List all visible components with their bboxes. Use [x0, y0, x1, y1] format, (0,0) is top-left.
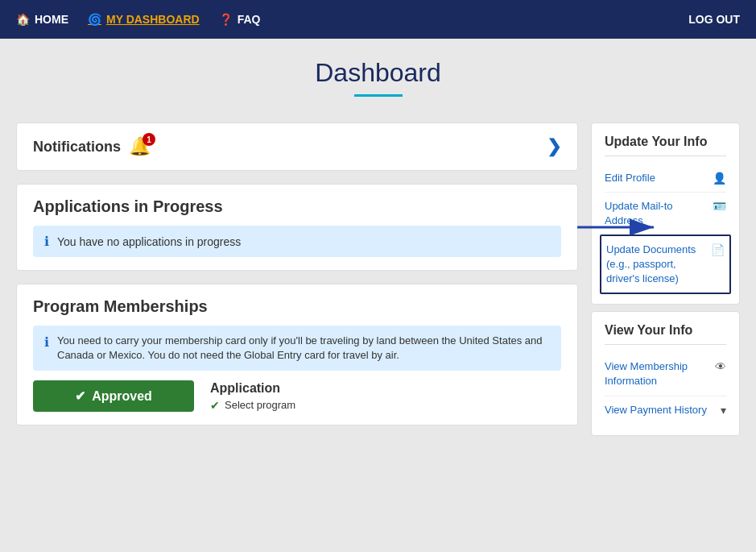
info-icon: ℹ	[44, 234, 49, 249]
notifications-arrow[interactable]: ❯	[547, 136, 561, 157]
person-icon: 👤	[713, 172, 726, 185]
page-header: Dashboard	[0, 39, 756, 110]
mail-icon: 🪪	[713, 200, 726, 213]
membership-info-icon: ℹ	[44, 334, 49, 351]
main-layout: Notifications 🔔 1 ❯ Applications in Prog…	[0, 110, 756, 455]
view-info-section: View Your Info View Membership Informati…	[591, 311, 740, 436]
update-section-title: Update Your Info	[605, 135, 726, 156]
faq-icon: ❓	[219, 13, 233, 26]
approved-check-icon: ✔	[75, 388, 85, 404]
eye-icon: 👁	[715, 360, 726, 373]
navigation: 🏠 HOME 🌀 MY DASHBOARD ❓ FAQ LOG OUT	[0, 0, 756, 39]
membership-info: ℹ You need to carry your membership card…	[33, 326, 561, 371]
notification-badge: 1	[143, 133, 155, 146]
content-area: Notifications 🔔 1 ❯ Applications in Prog…	[16, 122, 578, 442]
applications-title: Applications in Progress	[33, 197, 561, 216]
dashboard-nav[interactable]: 🌀 MY DASHBOARD	[88, 13, 200, 26]
title-underline	[354, 94, 403, 97]
application-info: Application ✔ Select program	[210, 381, 295, 412]
view-section-title: View Your Info	[605, 323, 726, 345]
sidebar: Update Your Info Edit Profile 👤 Update M…	[591, 122, 740, 442]
memberships-card: Program Memberships ℹ You need to carry …	[16, 284, 578, 425]
applications-empty: ℹ You have no applications in progress	[33, 226, 561, 257]
payment-icon: ▾	[721, 404, 726, 417]
notifications-label: Notifications	[33, 139, 121, 156]
docs-icon: 📄	[711, 243, 725, 256]
view-membership-link[interactable]: View Membership Information 👁	[605, 353, 726, 396]
approved-row: ✔ Approved Application ✔ Select program	[33, 380, 561, 412]
dashboard-icon: 🌀	[88, 13, 101, 26]
notifications-left: Notifications 🔔 1	[33, 136, 151, 157]
home-icon: 🏠	[16, 13, 30, 26]
edit-profile-link[interactable]: Edit Profile 👤	[605, 164, 726, 193]
page-title: Dashboard	[0, 58, 756, 88]
home-nav[interactable]: 🏠 HOME	[16, 13, 68, 26]
approved-button[interactable]: ✔ Approved	[33, 380, 194, 412]
select-program: ✔ Select program	[210, 399, 295, 412]
memberships-title: Program Memberships	[33, 297, 561, 316]
logout-button[interactable]: LOG OUT	[688, 13, 740, 26]
faq-nav[interactable]: ❓ FAQ	[219, 13, 261, 26]
applications-card: Applications in Progress ℹ You have no a…	[16, 184, 578, 271]
select-check-icon: ✔	[210, 399, 220, 412]
arrow-graphic	[577, 211, 666, 243]
notifications-card: Notifications 🔔 1 ❯	[16, 122, 578, 171]
view-payment-link[interactable]: View Payment History ▾	[605, 396, 726, 424]
bell-icon: 🔔 1	[129, 136, 151, 157]
